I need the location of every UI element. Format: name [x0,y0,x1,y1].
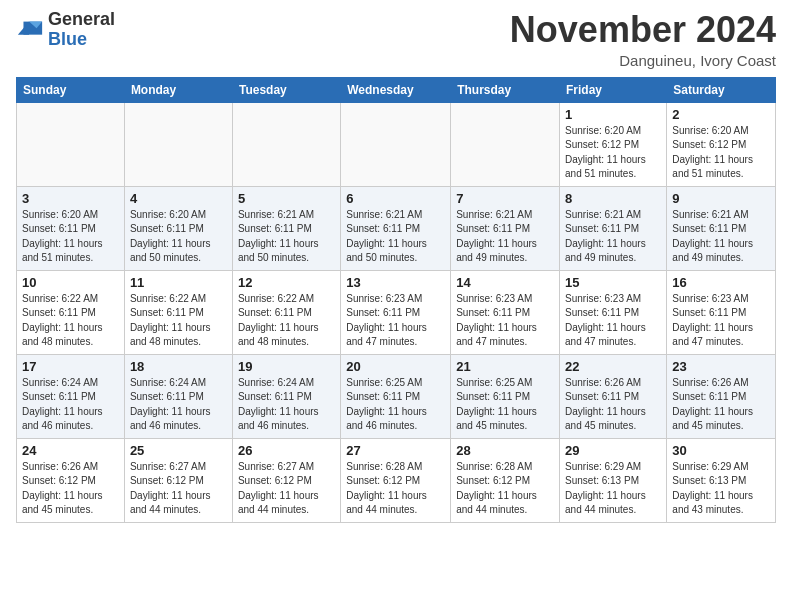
day-info: Sunrise: 6:29 AM Sunset: 6:13 PM Dayligh… [565,460,661,518]
day-info: Sunrise: 6:26 AM Sunset: 6:12 PM Dayligh… [22,460,119,518]
day-number: 21 [456,359,554,374]
page-header: General Blue November 2024 Danguineu, Iv… [16,10,776,69]
day-info: Sunrise: 6:27 AM Sunset: 6:12 PM Dayligh… [238,460,335,518]
day-cell [451,102,560,186]
day-info: Sunrise: 6:24 AM Sunset: 6:11 PM Dayligh… [130,376,227,434]
day-number: 26 [238,443,335,458]
day-number: 16 [672,275,770,290]
day-info: Sunrise: 6:24 AM Sunset: 6:11 PM Dayligh… [238,376,335,434]
day-info: Sunrise: 6:21 AM Sunset: 6:11 PM Dayligh… [238,208,335,266]
day-cell: 6Sunrise: 6:21 AM Sunset: 6:11 PM Daylig… [341,186,451,270]
calendar-header: SundayMondayTuesdayWednesdayThursdayFrid… [17,77,776,102]
day-number: 11 [130,275,227,290]
calendar-body: 1Sunrise: 6:20 AM Sunset: 6:12 PM Daylig… [17,102,776,522]
day-number: 6 [346,191,445,206]
day-cell: 17Sunrise: 6:24 AM Sunset: 6:11 PM Dayli… [17,354,125,438]
day-cell [124,102,232,186]
day-cell [341,102,451,186]
day-cell: 28Sunrise: 6:28 AM Sunset: 6:12 PM Dayli… [451,438,560,522]
day-info: Sunrise: 6:25 AM Sunset: 6:11 PM Dayligh… [346,376,445,434]
day-number: 7 [456,191,554,206]
day-info: Sunrise: 6:26 AM Sunset: 6:11 PM Dayligh… [672,376,770,434]
day-number: 23 [672,359,770,374]
day-cell: 29Sunrise: 6:29 AM Sunset: 6:13 PM Dayli… [560,438,667,522]
day-number: 2 [672,107,770,122]
day-number: 19 [238,359,335,374]
day-cell: 4Sunrise: 6:20 AM Sunset: 6:11 PM Daylig… [124,186,232,270]
week-row-5: 24Sunrise: 6:26 AM Sunset: 6:12 PM Dayli… [17,438,776,522]
day-number: 29 [565,443,661,458]
day-info: Sunrise: 6:22 AM Sunset: 6:11 PM Dayligh… [238,292,335,350]
day-cell [232,102,340,186]
day-number: 14 [456,275,554,290]
day-number: 30 [672,443,770,458]
week-row-2: 3Sunrise: 6:20 AM Sunset: 6:11 PM Daylig… [17,186,776,270]
header-cell-monday: Monday [124,77,232,102]
day-info: Sunrise: 6:22 AM Sunset: 6:11 PM Dayligh… [22,292,119,350]
day-cell: 11Sunrise: 6:22 AM Sunset: 6:11 PM Dayli… [124,270,232,354]
day-info: Sunrise: 6:23 AM Sunset: 6:11 PM Dayligh… [672,292,770,350]
day-info: Sunrise: 6:27 AM Sunset: 6:12 PM Dayligh… [130,460,227,518]
day-number: 20 [346,359,445,374]
day-number: 4 [130,191,227,206]
day-cell: 27Sunrise: 6:28 AM Sunset: 6:12 PM Dayli… [341,438,451,522]
header-cell-tuesday: Tuesday [232,77,340,102]
day-info: Sunrise: 6:21 AM Sunset: 6:11 PM Dayligh… [672,208,770,266]
header-cell-wednesday: Wednesday [341,77,451,102]
day-info: Sunrise: 6:23 AM Sunset: 6:11 PM Dayligh… [565,292,661,350]
week-row-3: 10Sunrise: 6:22 AM Sunset: 6:11 PM Dayli… [17,270,776,354]
day-cell: 30Sunrise: 6:29 AM Sunset: 6:13 PM Dayli… [667,438,776,522]
day-info: Sunrise: 6:28 AM Sunset: 6:12 PM Dayligh… [456,460,554,518]
day-cell: 22Sunrise: 6:26 AM Sunset: 6:11 PM Dayli… [560,354,667,438]
header-cell-saturday: Saturday [667,77,776,102]
day-cell: 21Sunrise: 6:25 AM Sunset: 6:11 PM Dayli… [451,354,560,438]
day-cell: 12Sunrise: 6:22 AM Sunset: 6:11 PM Dayli… [232,270,340,354]
day-cell: 1Sunrise: 6:20 AM Sunset: 6:12 PM Daylig… [560,102,667,186]
day-info: Sunrise: 6:29 AM Sunset: 6:13 PM Dayligh… [672,460,770,518]
header-row: SundayMondayTuesdayWednesdayThursdayFrid… [17,77,776,102]
day-info: Sunrise: 6:24 AM Sunset: 6:11 PM Dayligh… [22,376,119,434]
title-block: November 2024 Danguineu, Ivory Coast [510,10,776,69]
day-info: Sunrise: 6:20 AM Sunset: 6:11 PM Dayligh… [130,208,227,266]
day-number: 18 [130,359,227,374]
day-info: Sunrise: 6:25 AM Sunset: 6:11 PM Dayligh… [456,376,554,434]
day-number: 5 [238,191,335,206]
day-number: 25 [130,443,227,458]
header-cell-friday: Friday [560,77,667,102]
logo-icon [16,16,44,44]
day-cell: 7Sunrise: 6:21 AM Sunset: 6:11 PM Daylig… [451,186,560,270]
day-info: Sunrise: 6:23 AM Sunset: 6:11 PM Dayligh… [456,292,554,350]
day-info: Sunrise: 6:21 AM Sunset: 6:11 PM Dayligh… [565,208,661,266]
day-cell: 14Sunrise: 6:23 AM Sunset: 6:11 PM Dayli… [451,270,560,354]
day-info: Sunrise: 6:20 AM Sunset: 6:12 PM Dayligh… [672,124,770,182]
logo-line2: Blue [48,30,115,50]
day-cell: 5Sunrise: 6:21 AM Sunset: 6:11 PM Daylig… [232,186,340,270]
header-cell-thursday: Thursday [451,77,560,102]
day-number: 28 [456,443,554,458]
day-cell: 19Sunrise: 6:24 AM Sunset: 6:11 PM Dayli… [232,354,340,438]
day-cell: 3Sunrise: 6:20 AM Sunset: 6:11 PM Daylig… [17,186,125,270]
logo-line1: General [48,10,115,30]
day-cell: 15Sunrise: 6:23 AM Sunset: 6:11 PM Dayli… [560,270,667,354]
day-info: Sunrise: 6:20 AM Sunset: 6:12 PM Dayligh… [565,124,661,182]
day-number: 10 [22,275,119,290]
day-info: Sunrise: 6:20 AM Sunset: 6:11 PM Dayligh… [22,208,119,266]
day-info: Sunrise: 6:21 AM Sunset: 6:11 PM Dayligh… [456,208,554,266]
day-info: Sunrise: 6:26 AM Sunset: 6:11 PM Dayligh… [565,376,661,434]
location: Danguineu, Ivory Coast [510,52,776,69]
day-info: Sunrise: 6:22 AM Sunset: 6:11 PM Dayligh… [130,292,227,350]
day-cell: 18Sunrise: 6:24 AM Sunset: 6:11 PM Dayli… [124,354,232,438]
day-number: 22 [565,359,661,374]
day-cell: 23Sunrise: 6:26 AM Sunset: 6:11 PM Dayli… [667,354,776,438]
day-number: 1 [565,107,661,122]
day-cell: 26Sunrise: 6:27 AM Sunset: 6:12 PM Dayli… [232,438,340,522]
month-title: November 2024 [510,10,776,50]
day-cell [17,102,125,186]
week-row-4: 17Sunrise: 6:24 AM Sunset: 6:11 PM Dayli… [17,354,776,438]
day-number: 9 [672,191,770,206]
header-cell-sunday: Sunday [17,77,125,102]
day-cell: 25Sunrise: 6:27 AM Sunset: 6:12 PM Dayli… [124,438,232,522]
day-number: 13 [346,275,445,290]
day-cell: 13Sunrise: 6:23 AM Sunset: 6:11 PM Dayli… [341,270,451,354]
logo: General Blue [16,10,115,50]
